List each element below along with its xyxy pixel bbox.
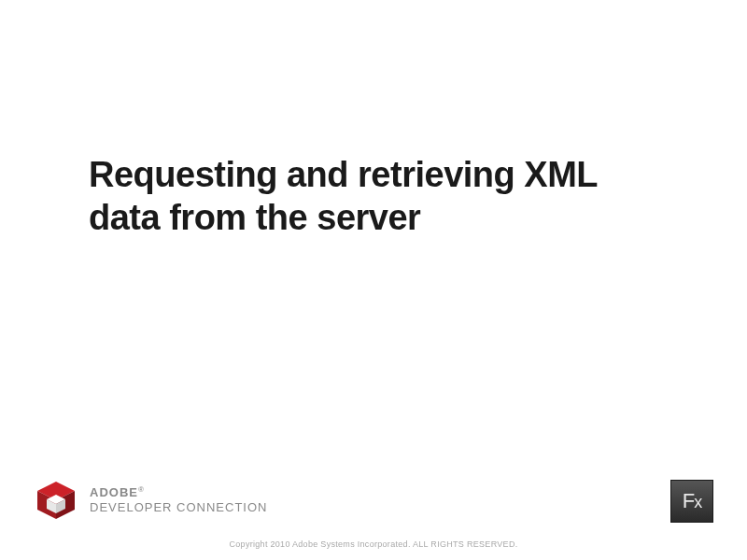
slide-container: Requesting and retrieving XML data from … [0,0,747,560]
copyright-text: Copyright 2010 Adobe Systems Incorporate… [0,539,747,549]
adobe-cube-icon [34,478,78,523]
brand-subtitle: DEVELOPER CONNECTION [90,500,267,515]
brand-text: ADOBE® DEVELOPER CONNECTION [90,485,267,515]
badge-letter-x: x [694,493,701,511]
footer: ADOBE® DEVELOPER CONNECTION Fx Copyright… [0,471,747,560]
brand-name: ADOBE® [90,485,267,500]
registered-mark: ® [138,485,145,494]
adobe-logo-block: ADOBE® DEVELOPER CONNECTION [34,478,267,523]
flex-badge-icon: Fx [670,480,713,523]
flex-badge-text: Fx [683,489,701,513]
slide-title: Requesting and retrieving XML data from … [89,154,658,239]
brand-adobe: ADOBE [90,486,138,500]
badge-letter-f: F [683,489,694,512]
